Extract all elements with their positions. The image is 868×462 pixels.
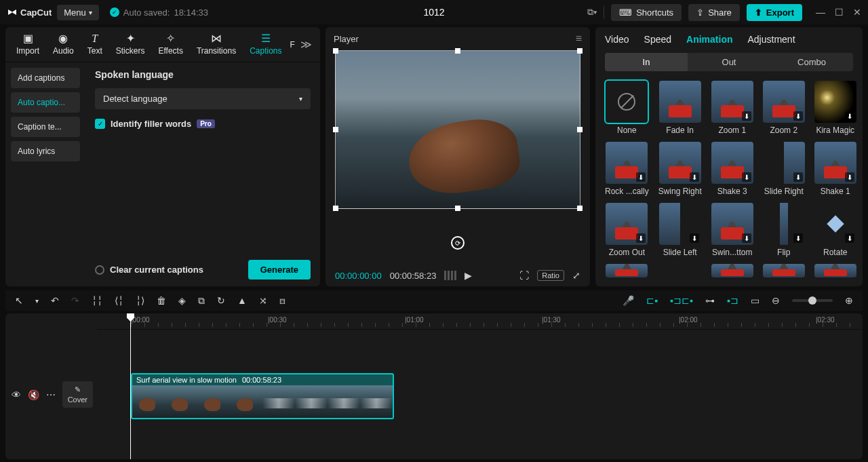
fullscreen-icon[interactable]: ⤢ <box>572 270 580 281</box>
scan-icon[interactable]: ⛶ <box>519 270 529 281</box>
animation-partial[interactable] <box>605 264 649 277</box>
shuffle-tool[interactable]: ⤨ <box>259 295 267 306</box>
zoom-slider[interactable] <box>792 299 833 302</box>
animation-kira[interactable]: ⬇Kira Magic <box>814 81 856 135</box>
redo-button[interactable]: ↷ <box>71 295 79 306</box>
tab-video[interactable]: Video <box>605 34 629 45</box>
animation-fadein[interactable]: Fade In <box>658 81 702 135</box>
animation-partial[interactable] <box>763 264 805 277</box>
share-button[interactable]: ⇪ Share <box>688 4 740 21</box>
resize-handle[interactable] <box>455 206 460 211</box>
animation-partial[interactable] <box>814 264 856 277</box>
delete-tool[interactable]: 🗑 <box>157 295 166 306</box>
language-select[interactable]: Detect language ▾ <box>95 88 311 109</box>
shortcuts-button[interactable]: ⌨ Shortcuts <box>611 4 682 21</box>
sidebar-item-auto-captions[interactable]: Auto captio... <box>11 92 80 113</box>
animation-slidel[interactable]: ⬇Slide Left <box>658 203 702 257</box>
animation-zoomout[interactable]: ⬇Zoom Out <box>605 203 649 257</box>
export-button[interactable]: ⬆ Export <box>747 4 802 21</box>
mute-icon[interactable]: 🔇 <box>28 389 39 400</box>
subtab-in[interactable]: In <box>605 53 688 71</box>
player-viewport[interactable]: ⟳ <box>335 50 580 265</box>
playhead[interactable] <box>130 313 131 459</box>
tabs-overflow-button[interactable]: ≫ <box>296 34 316 55</box>
split-left-tool[interactable]: ⟨╎ <box>115 295 123 306</box>
animation-shake1[interactable]: ⬇Shake 1 <box>814 142 856 196</box>
animation-slider[interactable]: ⬇Slide Right <box>763 142 805 196</box>
identify-filler-words-row[interactable]: ✓ Identify filler words Pro <box>95 119 311 129</box>
tracks-area[interactable]: Surf aerial view in slow motion 00:00:58… <box>97 330 863 459</box>
animation-none[interactable]: None <box>605 81 649 135</box>
animation-shake3[interactable]: ⬇Shake 3 <box>711 142 753 196</box>
animation-flip[interactable]: ⬇Flip <box>763 203 805 257</box>
tab-audio[interactable]: ◉Audio <box>46 31 81 58</box>
checkbox-checked-icon[interactable]: ✓ <box>95 119 105 129</box>
ratio-button[interactable]: Ratio <box>537 270 564 281</box>
animation-zoom2[interactable]: ⬇Zoom 2 <box>763 81 805 135</box>
zoom-knob[interactable] <box>808 296 816 305</box>
crop-tool[interactable]: ⧈ <box>279 295 285 307</box>
animation-rotate[interactable]: ⬇Rotate <box>814 203 856 257</box>
animation-swinttom[interactable]: ⬇Swin...ttom <box>711 203 753 257</box>
preview-icon[interactable]: ▭ <box>751 295 760 306</box>
tab-adjustment[interactable]: Adjustment <box>748 34 795 45</box>
resize-handle[interactable] <box>333 206 338 211</box>
tab-import[interactable]: ▣Import <box>9 31 46 58</box>
refresh-overlay-icon[interactable]: ⟳ <box>451 236 465 250</box>
magnet-center-icon[interactable]: ▪⊐⊏▪ <box>670 295 693 306</box>
zoom-out-icon[interactable]: ⊖ <box>772 295 780 306</box>
magnet-left-icon[interactable]: ⊏▪ <box>646 295 658 306</box>
cover-button[interactable]: ✎ Cover <box>62 381 93 408</box>
player-menu-icon[interactable]: ≡ <box>576 33 582 45</box>
tab-f-truncated[interactable]: F <box>289 37 296 52</box>
link-icon[interactable]: ⊶ <box>705 295 715 306</box>
layout-icon[interactable]: ⧉▾ <box>587 7 597 18</box>
mic-icon[interactable]: 🎤 <box>623 295 634 306</box>
menu-button[interactable]: Menu ▾ <box>57 5 99 20</box>
tab-effects[interactable]: ✧Effects <box>151 31 189 58</box>
sidebar-item-add-captions[interactable]: Add captions <box>11 68 80 88</box>
subtab-combo[interactable]: Combo <box>770 53 853 71</box>
tab-speed[interactable]: Speed <box>644 34 671 45</box>
clear-captions-row[interactable]: Clear current captions <box>95 265 203 275</box>
copy-tool[interactable]: ⧉ <box>198 295 205 307</box>
rotate-tool[interactable]: ↻ <box>217 295 225 306</box>
maximize-button[interactable]: ☐ <box>835 7 844 18</box>
resize-handle[interactable] <box>333 127 338 132</box>
subtab-out[interactable]: Out <box>688 53 770 71</box>
snap-icon[interactable]: ▪⊐ <box>727 295 738 306</box>
animation-partial[interactable] <box>658 264 702 277</box>
more-icon[interactable]: ⋯ <box>46 389 56 400</box>
tab-transitions[interactable]: ⋈Transitions <box>190 31 243 58</box>
tab-animation[interactable]: Animation <box>686 34 732 45</box>
split-tool[interactable]: ╎╎ <box>92 295 102 306</box>
video-frame[interactable] <box>335 50 580 209</box>
close-button[interactable]: ✕ <box>853 7 861 18</box>
zoom-in-icon[interactable]: ⊕ <box>845 295 853 306</box>
resize-handle[interactable] <box>577 48 583 54</box>
eye-icon[interactable]: 👁 <box>12 389 21 400</box>
animation-zoom1[interactable]: ⬇Zoom 1 <box>711 81 753 135</box>
resize-handle[interactable] <box>455 48 460 54</box>
marker-tool[interactable]: ◈ <box>178 295 186 306</box>
timeline-ruler[interactable]: |00:00|00:30|01:00|01:30|02:00|02:30 <box>97 313 863 330</box>
video-clip[interactable]: Surf aerial view in slow motion 00:00:58… <box>131 373 394 419</box>
sidebar-item-caption-templates[interactable]: Caption te... <box>11 117 80 137</box>
mirror-tool[interactable]: ▲ <box>237 295 247 306</box>
cursor-dropdown[interactable]: ▾ <box>35 297 39 305</box>
resize-handle[interactable] <box>577 127 583 132</box>
resize-handle[interactable] <box>577 206 583 211</box>
resize-handle[interactable] <box>333 48 338 54</box>
generate-button[interactable]: Generate <box>248 260 311 280</box>
split-right-tool[interactable]: ╎⟩ <box>136 295 144 306</box>
minimize-button[interactable]: — <box>816 7 825 18</box>
animation-partial[interactable] <box>711 264 753 277</box>
tab-captions[interactable]: ☰Captions <box>243 31 288 58</box>
undo-button[interactable]: ↶ <box>51 295 59 306</box>
animation-swingr[interactable]: ⬇Swing Right <box>658 142 702 196</box>
radio-icon[interactable] <box>95 265 104 275</box>
sidebar-item-auto-lyrics[interactable]: Auto lyrics <box>11 141 80 161</box>
tab-stickers[interactable]: ✦Stickers <box>109 31 152 58</box>
animation-rock[interactable]: ⬇Rock ...cally <box>605 142 649 196</box>
cursor-tool[interactable]: ↖ <box>15 295 23 306</box>
